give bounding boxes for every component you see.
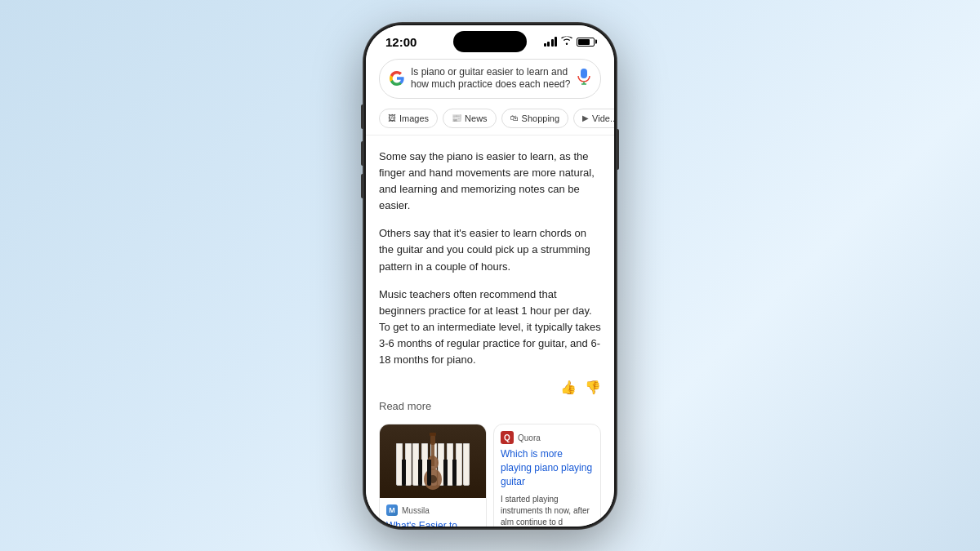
mussila-card-image	[380, 424, 486, 498]
mussila-card-body: M Mussila What's Easier to Learn Piano o…	[380, 498, 486, 526]
tab-shopping[interactable]: 🛍 Shopping	[501, 109, 569, 128]
thumbs-up-button[interactable]: 👍	[560, 380, 577, 395]
quora-source-name: Quora	[518, 433, 541, 442]
quora-card-title: Which is more playing piano playing guit…	[494, 447, 600, 493]
svg-rect-0	[581, 69, 587, 78]
mussila-card[interactable]: M Mussila What's Easier to Learn Piano o…	[379, 424, 487, 526]
quora-card[interactable]: Q Quora Which is more playing piano play…	[493, 424, 601, 526]
guitar-silhouette	[421, 429, 445, 494]
tab-videos-label: Vide...	[592, 113, 614, 123]
filter-tabs: 🖼 Images 📰 News 🛍 Shopping ▶ Vide...	[366, 105, 614, 136]
quora-logo: Q	[501, 431, 514, 444]
svg-rect-6	[430, 435, 435, 445]
search-bar[interactable]: Is piano or guitar easier to learn and h…	[366, 54, 614, 105]
mussila-source-row: M Mussila	[386, 504, 479, 516]
quora-header: Q Quora	[494, 424, 600, 447]
signal-icon	[544, 37, 558, 47]
svg-rect-7	[430, 433, 436, 436]
tab-videos[interactable]: ▶ Vide...	[573, 109, 614, 128]
quora-card-snippet: I started playing instruments th now, af…	[494, 494, 600, 527]
feedback-row: 👍 👎	[379, 380, 601, 395]
images-tab-icon: 🖼	[388, 113, 396, 122]
google-logo	[390, 71, 404, 86]
tab-images[interactable]: 🖼 Images	[379, 109, 438, 128]
cards-row: M Mussila What's Easier to Learn Piano o…	[379, 424, 601, 526]
dynamic-island	[453, 31, 527, 52]
status-time: 12:00	[385, 35, 416, 49]
phone-frame: 12:00	[363, 23, 617, 529]
mussila-card-title: What's Easier to Learn Piano or Guitar?	[386, 519, 479, 526]
shopping-tab-icon: 🛍	[510, 113, 519, 122]
tab-news[interactable]: 📰 News	[443, 109, 497, 128]
tab-shopping-label: Shopping	[522, 113, 560, 123]
answer-para-3: Music teachers often recommend that begi…	[379, 287, 601, 369]
answer-para-1: Some say the piano is easier to learn, a…	[379, 149, 601, 215]
mussila-source-name: Mussila	[402, 506, 430, 515]
answer-para-2: Others say that it's easier to learn cho…	[379, 225, 601, 274]
news-tab-icon: 📰	[452, 113, 461, 122]
svg-rect-5	[431, 443, 434, 466]
content-area: Some say the piano is easier to learn, a…	[366, 136, 614, 527]
read-more-link[interactable]: Read more	[379, 400, 601, 412]
tab-news-label: News	[465, 113, 488, 123]
thumbs-down-button[interactable]: 👎	[585, 380, 601, 395]
videos-tab-icon: ▶	[582, 113, 589, 122]
battery-icon	[577, 38, 595, 47]
status-icons	[544, 36, 595, 47]
tab-images-label: Images	[399, 113, 429, 123]
wifi-icon	[561, 36, 572, 47]
mic-icon[interactable]	[577, 69, 590, 88]
ai-answer: Some say the piano is easier to learn, a…	[379, 149, 601, 369]
search-query-text: Is piano or guitar easier to learn and h…	[411, 66, 571, 91]
mussila-logo: M	[386, 504, 398, 516]
